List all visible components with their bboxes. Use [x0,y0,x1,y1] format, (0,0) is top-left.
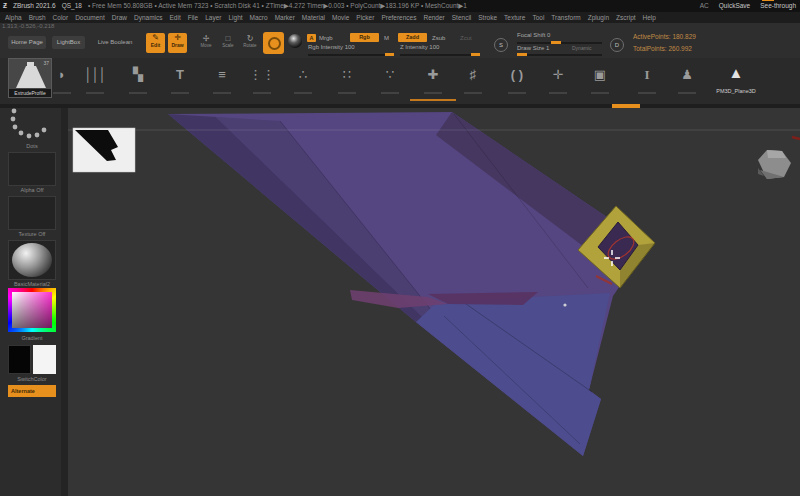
scale-button[interactable]: □ Scale [218,34,238,52]
strip-icon-ibeam[interactable]: I [633,60,661,94]
strip-icon-dot-column[interactable]: ⋮⋮ [248,60,276,94]
menu-movie[interactable]: Movie [332,12,349,23]
move-icon: ✢ [196,34,216,43]
secondary-color-swatch[interactable] [33,345,56,374]
mode-a-button[interactable]: A [307,34,316,42]
menu-material[interactable]: Material [302,12,325,23]
strip-icon-spray-dense[interactable]: ∵ [376,60,404,94]
plane-mesh[interactable] [168,112,648,456]
draw-size-knob[interactable] [517,53,527,56]
current-tool-slot[interactable]: ▲ PM3D_Plane3D [708,58,764,102]
strip-icon-faders[interactable]: ♯ [459,60,487,94]
menu-bar: Alpha Brush Color Document Draw Dynamics… [0,12,800,23]
menu-color[interactable]: Color [53,12,69,23]
strip-icon-checker[interactable]: ▚ [124,60,152,94]
menu-draw[interactable]: Draw [112,12,127,23]
strip-icon-frame[interactable]: ▣ [586,60,614,94]
brush-mode-button[interactable] [263,32,284,54]
menu-transform[interactable]: Transform [551,12,580,23]
quicksave-button[interactable]: QuickSave [719,0,750,12]
strip-icon-vertical-bars[interactable]: │││ [81,60,109,94]
menu-stencil[interactable]: Stencil [452,12,472,23]
menu-zplugin[interactable]: Zplugin [588,12,609,23]
menu-picker[interactable]: Picker [356,12,374,23]
material-sphere-icon [12,243,52,277]
vertex-dot [563,303,566,306]
color-picker[interactable] [8,288,56,332]
menu-macro[interactable]: Macro [250,12,268,23]
strip-icon-parens[interactable]: ( ) [503,60,531,94]
focal-shift-knob[interactable] [551,41,561,44]
left-tray: Dots Alpha Off Texture Off BasicMaterial… [0,108,68,496]
menu-tool[interactable]: Tool [532,12,544,23]
plane3d-icon: ▲ [708,58,764,88]
total-points-readout: TotalPoints: 260.992 [633,45,692,52]
strip-icon-crescent[interactable]: ◗ [48,60,76,94]
menu-file[interactable]: File [188,12,198,23]
see-through-slider[interactable]: See-through [760,0,796,12]
draw-size-slider[interactable] [517,54,602,56]
menu-stroke[interactable]: Stroke [478,12,497,23]
z-intensity-knob[interactable] [471,53,480,56]
menu-preferences[interactable]: Preferences [381,12,416,23]
strip-icon-hlines[interactable]: ≡ [208,60,236,94]
focal-shift-slider[interactable] [517,42,602,44]
current-material-orb[interactable] [288,34,302,48]
ac-indicator: AC [700,0,709,12]
menu-light[interactable]: Light [228,12,242,23]
stroke-d-badge[interactable]: D [610,38,624,52]
strip-icon-spray-mid[interactable]: ∷ [333,60,361,94]
home-page-button[interactable]: Home Page [8,36,46,49]
current-brush-thumbnail[interactable]: 37 ExtrudeProfile [8,58,52,98]
menu-brush[interactable]: Brush [29,12,46,23]
menu-marker[interactable]: Marker [275,12,295,23]
material-slot[interactable] [8,240,56,280]
main-color-swatch[interactable] [8,345,31,374]
rotate-button[interactable]: ↻ Rotate [240,34,260,52]
menu-texture[interactable]: Texture [504,12,525,23]
rgb-button[interactable]: Rgb [350,33,379,42]
alpha-slot[interactable] [8,152,56,186]
zcut-button[interactable]: Zcut [460,35,472,41]
rgb-intensity-slider[interactable] [308,54,394,56]
strip-icon-mannequin[interactable]: ♟ [673,60,701,94]
strip-icon-thick-plus[interactable]: ✛ [544,60,572,94]
draw-button[interactable]: ✛ Draw [168,33,187,53]
menu-help[interactable]: Help [643,12,656,23]
stroke-preview[interactable] [8,108,56,142]
color-gradient-area[interactable] [12,292,52,328]
menu-document[interactable]: Document [75,12,105,23]
lightbox-button[interactable]: LightBox [52,36,85,49]
see-through-knob[interactable] [762,0,774,1]
alternate-button[interactable]: Alternate [8,385,56,397]
dynamic-toggle[interactable]: Dynamic [572,45,591,51]
see-through-label: See-through [760,2,796,9]
m-button[interactable]: M [384,35,389,41]
texture-slot[interactable] [8,196,56,230]
strip-icon-spray-sparse[interactable]: ∴ [289,60,317,94]
zadd-button[interactable]: Zadd [398,33,427,42]
alpha-preview-card [73,128,135,172]
menu-zscript[interactable]: Zscript [616,12,636,23]
preview-rock-widget[interactable] [758,150,791,179]
strip-icon-cross[interactable]: ✚ [419,60,447,94]
mrgb-button[interactable]: Mrgb [319,35,333,41]
live-boolean-toggle[interactable]: Live Boolean [93,36,137,49]
move-button[interactable]: ✢ Move [196,34,216,52]
material-label: BasicMaterial2 [0,281,64,287]
sculpt-viewport[interactable] [68,108,800,496]
alpha-label: Alpha Off [0,187,64,193]
draw-label: Draw [168,43,187,48]
menu-render[interactable]: Render [423,12,444,23]
menu-dynamics[interactable]: Dynamics [134,12,163,23]
menu-layer[interactable]: Layer [205,12,221,23]
edit-button[interactable]: ✎ Edit [146,33,165,53]
menu-edit[interactable]: Edit [170,12,181,23]
rgb-intensity-knob[interactable] [385,53,394,56]
stroke-s-badge[interactable]: S [494,38,508,52]
menu-alpha[interactable]: Alpha [5,12,22,23]
z-intensity-slider[interactable] [400,54,480,56]
brush-name-label: ExtrudeProfile [9,89,51,97]
strip-icon-shirt[interactable]: T [166,60,194,94]
zsub-button[interactable]: Zsub [432,35,445,41]
